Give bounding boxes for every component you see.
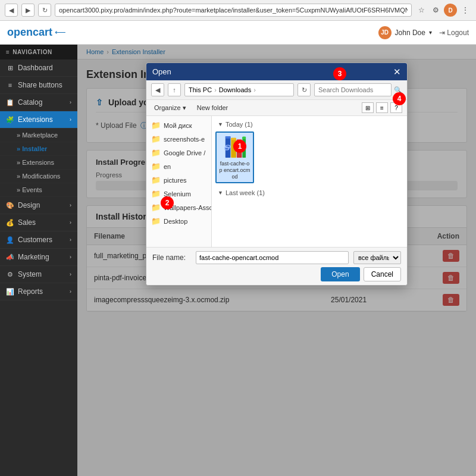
sidebar-item-share-buttons[interactable]: ≡ Share buttons xyxy=(0,77,77,94)
menu-icon[interactable]: ⋮ xyxy=(459,4,471,16)
dialog-main-area: ▼ Today (1) xyxy=(212,116,407,247)
dialog-back-button[interactable]: ◀ xyxy=(151,83,164,96)
view-icon-button[interactable]: ⊞ xyxy=(362,102,374,113)
bookmark-icon[interactable]: ☆ xyxy=(415,4,427,16)
sidebar-item-sales[interactable]: 💰 Sales › xyxy=(0,214,77,231)
system-icon: ⚙ xyxy=(6,271,14,278)
view-help-button[interactable]: ? xyxy=(390,102,402,113)
svg-rect-1 xyxy=(231,138,236,158)
sidebar-item-modifications[interactable]: » Modifications xyxy=(0,170,77,183)
user-menu[interactable]: JD John Doe ▾ xyxy=(378,26,432,39)
settings-icon[interactable]: ⚙ xyxy=(430,4,441,16)
group-arrow-icon2: ▼ xyxy=(218,190,223,196)
dialog-path: This PC › Downloads › xyxy=(184,83,294,96)
path-thispc: This PC xyxy=(189,86,212,93)
chevron-right-icon3: › xyxy=(70,220,71,226)
sidebar-item-customers[interactable]: 👤 Customers › xyxy=(0,231,77,249)
sidebar-item-marketplace[interactable]: » Marketplace xyxy=(0,129,77,142)
url-bar[interactable] xyxy=(55,4,412,17)
folder-label: Wallpapers-Asso xyxy=(164,204,211,211)
nav-header-label: NAVIGATION xyxy=(12,49,52,55)
sidebar-folder-selenium[interactable]: 📁 Selenium xyxy=(146,187,211,201)
sales-icon: 💰 xyxy=(6,219,14,227)
dialog-overlay: 3 4 Open ✕ ◀ ↑ This PC › Downloads › xyxy=(77,45,476,476)
refresh-button[interactable]: ↻ xyxy=(38,4,51,17)
sidebar-item-design[interactable]: 🎨 Design › xyxy=(0,197,77,214)
sidebar-item-label: Customers xyxy=(18,236,52,244)
new-folder-button[interactable]: New folder xyxy=(194,103,231,112)
avatar: D xyxy=(444,4,457,17)
forward-button[interactable]: ▶ xyxy=(21,4,35,17)
folder-label: en xyxy=(164,163,171,170)
sidebar-item-system[interactable]: ⚙ System › xyxy=(0,266,77,283)
main-layout: ≡ NAVIGATION ⊞ Dashboard ≡ Share buttons… xyxy=(0,45,476,476)
folder-icon: 📁 xyxy=(151,217,161,226)
dialog-refresh-button[interactable]: ↻ xyxy=(298,83,311,96)
sidebar-item-dashboard[interactable]: ⊞ Dashboard xyxy=(0,60,77,77)
file-fast-cache[interactable]: fast-cache-op encart.ocmod xyxy=(215,131,254,183)
back-button[interactable]: ◀ xyxy=(5,4,18,17)
dialog-cancel-button[interactable]: Cancel xyxy=(364,267,401,281)
svg-rect-4 xyxy=(225,136,230,139)
folder-icon: 📁 xyxy=(151,162,161,171)
chevron-right-icon5: › xyxy=(70,254,71,260)
logout-link[interactable]: ⇥ Logout xyxy=(439,29,469,37)
dialog-titlebar: Open ✕ xyxy=(146,63,407,80)
sidebar: ≡ NAVIGATION ⊞ Dashboard ≡ Share buttons… xyxy=(0,45,77,476)
dialog-search: 🔍 xyxy=(314,83,402,96)
sidebar-item-marketing[interactable]: 📣 Marketing › xyxy=(0,249,77,266)
sidebar-item-extensions[interactable]: 🧩 Extensions › xyxy=(0,111,77,129)
toolbar2-right: ⊞ ≡ ? xyxy=(362,102,402,113)
folder-label: Desktop xyxy=(164,218,187,225)
group-arrow-icon: ▼ xyxy=(218,121,223,127)
svg-rect-3 xyxy=(242,137,246,158)
dialog-open-button[interactable]: Open xyxy=(321,267,359,281)
sidebar-item-reports[interactable]: 📊 Reports › xyxy=(0,283,77,300)
sidebar-item-events[interactable]: » Events xyxy=(0,183,77,197)
folder-label: Google Drive / xyxy=(164,149,205,156)
header-bar: opencart ⟵ JD John Doe ▾ ⇥ Logout xyxy=(0,21,476,45)
view-list-button[interactable]: ≡ xyxy=(376,102,388,113)
sidebar-folder-mydisk[interactable]: 📁 Мой диск xyxy=(146,118,211,132)
sidebar-folder-googledrive[interactable]: 📁 Google Drive / xyxy=(146,146,211,159)
reports-icon: 📊 xyxy=(6,288,14,296)
marketing-icon: 📣 xyxy=(6,253,14,261)
sidebar-item-installer[interactable]: » Installer xyxy=(0,142,77,156)
folder-label: Selenium xyxy=(164,190,191,198)
sidebar-item-label: Dashboard xyxy=(18,64,53,72)
sidebar-sub-label: » Extensions xyxy=(17,159,54,166)
folder-label: pictures xyxy=(164,177,187,184)
dialog-action-row: Open Cancel xyxy=(152,267,401,281)
sidebar-sub-label: » Installer xyxy=(17,145,47,152)
path-downloads: Downloads xyxy=(219,86,251,93)
share-icon: ≡ xyxy=(6,82,14,89)
sidebar-item-label: System xyxy=(18,270,42,278)
filename-row: File name: все файлы xyxy=(152,251,401,264)
sidebar-item-extensions-sub[interactable]: » Extensions xyxy=(0,156,77,170)
filetype-select[interactable]: все файлы xyxy=(353,251,401,264)
customers-icon: 👤 xyxy=(6,236,14,244)
filename-input[interactable] xyxy=(196,251,349,264)
organize-button[interactable]: Organize ▾ xyxy=(151,103,189,113)
logo-arrow-icon: ⟵ xyxy=(55,28,66,37)
sidebar-sub-label: » Events xyxy=(17,186,42,193)
chevron-right-icon4: › xyxy=(70,237,71,243)
group-today: ▼ Today (1) xyxy=(215,120,403,129)
dialog-file-sidebar: 📁 Мой диск 📁 screenshots-e 📁 Google Driv… xyxy=(146,116,212,247)
sidebar-item-catalog[interactable]: 📋 Catalog › xyxy=(0,94,77,111)
dialog-title: Open xyxy=(152,67,171,76)
today-files: fast-cache-op encart.ocmod xyxy=(215,131,403,183)
logo: opencart ⟵ xyxy=(7,26,66,39)
dialog-close-button[interactable]: ✕ xyxy=(393,67,401,76)
chevron-down-icon: › xyxy=(70,117,71,123)
svg-rect-5 xyxy=(231,138,236,140)
dialog-toolbar2: Organize ▾ New folder ⊞ ≡ ? xyxy=(146,100,407,116)
sidebar-folder-pictures[interactable]: 📁 pictures xyxy=(146,173,211,187)
sidebar-folder-desktop[interactable]: 📁 Desktop xyxy=(146,214,211,228)
sidebar-folder-wallpapers[interactable]: 📁 Wallpapers-Asso xyxy=(146,201,211,214)
content-area: Home › Extension Installer 1 Extension I… xyxy=(77,45,476,476)
sidebar-folder-screenshots[interactable]: 📁 screenshots-e xyxy=(146,132,211,146)
dialog-up-button[interactable]: ↑ xyxy=(168,83,181,96)
dialog-search-input[interactable] xyxy=(314,83,392,96)
sidebar-folder-en[interactable]: 📁 en xyxy=(146,159,211,173)
